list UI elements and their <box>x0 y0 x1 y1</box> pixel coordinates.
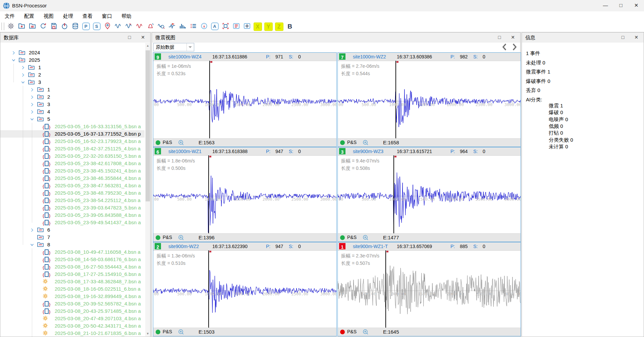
zoom-in-icon[interactable] <box>178 140 184 147</box>
p-pick-line[interactable] <box>208 155 209 234</box>
tree-folder-1[interactable]: 1 <box>0 86 145 93</box>
waveform-plot[interactable]: 振幅 = 2.7e-06m/s长度 = 0.544s00500.001000.0… <box>338 61 521 139</box>
x-axis-button[interactable]: X <box>253 21 262 31</box>
tree-folder-3[interactable]: 3 <box>0 101 145 108</box>
waveform-plot[interactable]: 振幅 = 1.8e-06m/s长度 = 0.500s00500.001000.0… <box>153 155 336 234</box>
power-icon[interactable] <box>60 21 69 31</box>
tree-file-item[interactable]: 2025-03-08_19-16-32.899449_4.bsn a <box>0 293 145 300</box>
histogram-icon[interactable] <box>178 21 187 31</box>
waveform-plot[interactable]: 振幅 = 1.3e-06m/s长度 = 0.510s00500.001000.0… <box>153 250 336 328</box>
tree-file-item[interactable]: {}2025-03-08_20-43-25.971485_4.bsn a <box>0 307 145 315</box>
p-pick-line[interactable] <box>393 155 394 234</box>
s-phase-button[interactable]: S <box>92 21 101 31</box>
tree-file-item[interactable]: {}2025-03-05_16-52-23.179923_4.bsn a <box>0 138 145 145</box>
chevron-down-icon[interactable] <box>11 58 16 64</box>
tree-file-item[interactable]: 2025-03-08_20-50-42.343171_4.bsn a <box>0 322 145 330</box>
menu-config[interactable]: 配置 <box>19 11 39 21</box>
folder-copy-icon[interactable] <box>28 21 37 31</box>
report-icon[interactable] <box>232 21 240 31</box>
tree-file-item[interactable]: {}2025-03-08_17-27-25.154910_6.bsn a <box>0 271 145 278</box>
waveform-icon-1[interactable] <box>114 21 122 31</box>
window-maximize-button[interactable]: □ <box>613 0 629 11</box>
data-type-select[interactable]: 原始数据 <box>153 43 194 51</box>
tree-file-item[interactable]: {}2025-03-05_23-59-49.541437_4.bsn a <box>0 219 145 226</box>
settings-gear-icon[interactable] <box>6 21 15 31</box>
info-icon[interactable] <box>200 21 208 31</box>
tree-file-item[interactable]: 2025-03-08_21-10-21.671835_6.bsn a <box>0 330 145 337</box>
tree-folder-2[interactable]: 2 <box>0 71 145 79</box>
tree-file-item[interactable]: {}2025-03-05_23-38-45.150241_4.bsn a <box>0 167 145 175</box>
waveform-icon-2[interactable] <box>124 21 133 31</box>
tree-folder-2024[interactable]: 2024 <box>0 49 145 56</box>
zoom-in-icon[interactable] <box>363 140 369 147</box>
tree-folder-5[interactable]: 5 <box>0 115 145 123</box>
database-panel-close-button[interactable]: ✕ <box>137 33 149 43</box>
next-page-button[interactable] <box>511 43 520 52</box>
zoom-in-icon[interactable] <box>178 235 184 242</box>
tree-file-item[interactable]: {}2025-03-08_10-49-47.116058_4.bsn a <box>0 248 145 256</box>
tree-file-item[interactable]: {}2025-03-08_14-58-03.686176_6.bsn a <box>0 256 145 263</box>
tree-file-item[interactable]: {}2025-03-05_16-37-13.771552_6.bsn p <box>0 130 145 138</box>
tree-folder-7[interactable]: 7 <box>0 234 145 241</box>
zoom-in-icon[interactable] <box>178 329 184 336</box>
chevron-right-icon[interactable] <box>30 102 34 108</box>
scroll-up-icon[interactable]: ▲ <box>145 43 150 48</box>
menu-inspect[interactable]: 查看 <box>78 11 97 21</box>
bell-wave-icon[interactable] <box>146 21 155 31</box>
tree-file-item[interactable]: {}2025-03-05_23-38-42.617808_4.bsn a <box>0 160 145 167</box>
prev-page-button[interactable] <box>501 43 510 52</box>
waveform-plot[interactable]: 振幅 = 9.4e-07m/s长度 = 0.508s00500.001000.0… <box>338 155 521 234</box>
y-axis-button[interactable]: Y <box>264 21 273 31</box>
window-close-button[interactable]: ✕ <box>629 0 644 11</box>
chevron-down-icon[interactable] <box>21 80 25 86</box>
chevron-right-icon[interactable] <box>30 228 34 234</box>
tree-folder-3[interactable]: 3 <box>0 79 145 86</box>
waveform-panel-close-button[interactable]: ✕ <box>507 33 519 43</box>
tree-file-item[interactable]: 2025-03-08_17-33-48.362848_7.bsn a <box>0 278 145 285</box>
q-wave-icon[interactable] <box>157 21 165 31</box>
window-minimize-button[interactable]: — <box>598 0 613 11</box>
chevron-right-icon[interactable] <box>30 109 34 115</box>
p-phase-button[interactable]: P <box>82 21 90 31</box>
chevron-right-icon[interactable] <box>30 95 34 101</box>
chevron-right-icon[interactable] <box>30 87 34 93</box>
tree-folder-4[interactable]: 4 <box>0 108 145 115</box>
tree-folder-8[interactable]: 8 <box>0 241 145 248</box>
tree-file-item[interactable]: {}2025-03-05_23-39-03.647823_5.bsn a <box>0 204 145 211</box>
chevron-right-icon[interactable] <box>21 65 25 71</box>
save-icon[interactable] <box>49 21 58 31</box>
database-icon[interactable] <box>71 21 79 31</box>
wave-flag-icon[interactable] <box>167 21 176 31</box>
tree-file-item[interactable]: {}2025-03-05_23-38-46.355844_4.bsn a <box>0 175 145 182</box>
menu-process[interactable]: 处理 <box>58 11 78 21</box>
info-panel-close-button[interactable]: ✕ <box>630 33 642 43</box>
p-pick-line[interactable] <box>209 61 210 139</box>
zoom-in-icon[interactable] <box>363 329 369 336</box>
waveform-icon-3[interactable] <box>135 21 144 31</box>
tree-folder-2025[interactable]: 2025 <box>0 56 145 64</box>
tree-file-item[interactable]: {}2025-03-08_20-39-52.565782_4.bsn a <box>0 300 145 307</box>
tree-file-item[interactable]: 2025-03-08_20-47-49.207103_4.bsn a <box>0 315 145 322</box>
info-panel-maximize-button[interactable]: □ <box>617 33 629 43</box>
z-axis-button[interactable]: Z <box>275 21 283 31</box>
refresh-icon[interactable] <box>39 21 47 31</box>
crosshair-icon[interactable] <box>243 21 251 31</box>
chevron-right-icon[interactable] <box>21 73 25 79</box>
p-pick-line[interactable] <box>395 61 396 139</box>
tree-file-item[interactable]: {}2025-03-05_16-16-33.313156_5.bsn a <box>0 123 145 130</box>
tree-file-item[interactable]: {}2025-03-05_18-42-37.251125_4.bsn a <box>0 145 145 152</box>
menu-view[interactable]: 视图 <box>39 11 58 21</box>
toolbar-grip[interactable] <box>1 22 4 30</box>
chevron-down-icon[interactable] <box>30 242 34 248</box>
p-pick-line[interactable] <box>385 250 386 328</box>
folder-add-icon[interactable] <box>17 21 26 31</box>
tree-file-item[interactable]: 2025-03-08_18-16-05.022511_6.bsn a <box>0 285 145 293</box>
waveform-panel-maximize-button[interactable]: □ <box>493 33 505 43</box>
tree-file-item[interactable]: {}2025-03-05_23-39-05.843588_4.bsn a <box>0 211 145 219</box>
tree-folder-1[interactable]: 1 <box>0 64 145 71</box>
menu-file[interactable]: 文件 <box>0 11 19 21</box>
chevron-right-icon[interactable] <box>11 50 16 56</box>
menu-help[interactable]: 帮助 <box>117 11 136 21</box>
tree-file-item[interactable]: {}2025-03-05_23-38-54.225112_4.bsn a <box>0 197 145 204</box>
tree-scrollbar[interactable]: ▲ ▼ <box>145 43 150 336</box>
